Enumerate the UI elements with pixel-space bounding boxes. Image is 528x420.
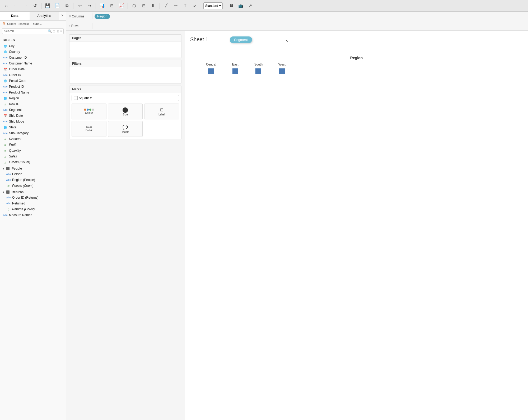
device-preview-button[interactable]: 🖥 [227, 2, 236, 10]
globe-icon: 🌐 [3, 79, 7, 83]
shelves-area: ⊞ Columns Region ≡ Rows [66, 12, 528, 31]
tab-analytics[interactable]: Analytics [30, 12, 59, 20]
data-source[interactable]: 🗄 Orders+ (sample_-_supe... [0, 21, 66, 27]
colour-button[interactable]: Colour [72, 104, 106, 119]
chart-col-central: Central [206, 63, 216, 74]
undo-button[interactable]: ↩ [76, 2, 84, 10]
pages-body[interactable] [69, 42, 181, 58]
rows-shelf-label: ≡ Rows [66, 23, 92, 29]
field-person[interactable]: Abc Person [0, 171, 66, 177]
main-work-area: Pages Filters Marks [66, 31, 528, 420]
segment-pill-dragging[interactable]: Segment [230, 36, 252, 43]
field-discount[interactable]: # Discount [0, 136, 66, 142]
marks-buttons-grid: Colour ⬤ Size ⊞ Label [72, 104, 179, 137]
columns-shelf-content[interactable]: Region [92, 13, 528, 20]
back-button[interactable]: ← [12, 2, 20, 10]
abc-icon: Abc [6, 172, 11, 176]
chart-square-central [208, 68, 214, 74]
collapse-arrow-returns: ▼ [2, 191, 5, 194]
grid-icon[interactable]: ⊞ [57, 29, 59, 33]
field-city[interactable]: 🌐 City [0, 43, 66, 49]
field-state[interactable]: 🌐 State [0, 124, 66, 130]
hash-icon: # [3, 160, 7, 164]
search-input[interactable] [4, 29, 48, 33]
hash-icon: # [6, 184, 11, 188]
field-row-id[interactable]: # Row ID [0, 101, 66, 107]
group-people-header[interactable]: ▼ People [0, 165, 66, 171]
field-order-date[interactable]: 📅 Order Date [0, 66, 66, 72]
duplicate-button[interactable]: ⧉ [63, 2, 71, 10]
panel-close-button[interactable]: ✕ [59, 12, 66, 20]
present-button[interactable]: 📺 [237, 2, 245, 10]
field-order-id[interactable]: Abc Order ID [0, 72, 66, 78]
sep3 [96, 3, 96, 9]
chart-area: Region Central East South [190, 53, 523, 77]
field-customer-name[interactable]: Abc Customer Name [0, 60, 66, 66]
size-button[interactable]: ⬤ Size [108, 104, 143, 119]
tooltip-button[interactable]: 🖊 [190, 2, 199, 10]
refresh-button[interactable]: ↺ [31, 2, 39, 10]
filter-icon[interactable]: ⊡ [53, 29, 55, 33]
chart-button[interactable]: 📊 [98, 2, 106, 10]
field-segment[interactable]: Abc Segment [0, 107, 66, 113]
tab-data[interactable]: Data [0, 12, 30, 20]
forward-button[interactable]: → [21, 2, 30, 10]
field-product-name[interactable]: Abc Product Name [0, 90, 66, 95]
show-me-button[interactable]: 📈 [117, 2, 125, 10]
save-button[interactable]: 💾 [44, 2, 52, 10]
extract-button[interactable]: ⊞ [139, 2, 148, 10]
field-ship-date[interactable]: 📅 Ship Date [0, 113, 66, 119]
field-country[interactable]: 🌐 Country [0, 49, 66, 55]
field-measure-names[interactable]: Abc Measure Names [0, 212, 66, 218]
pages-header: Pages [69, 35, 181, 42]
rows-shelf-content[interactable] [92, 25, 528, 27]
redo-button[interactable]: ↪ [85, 2, 94, 10]
sort-arrow[interactable]: ▾ [60, 29, 62, 33]
group-people-label: People [12, 167, 22, 170]
field-ship-mode[interactable]: Abc Ship Mode [0, 119, 66, 124]
field-sub-category[interactable]: Abc Sub-Category [0, 130, 66, 136]
field-people-count[interactable]: # People (Count) [0, 183, 66, 189]
filters-body[interactable] [69, 67, 181, 83]
sep4 [128, 3, 128, 9]
globe-icon: 🌐 [3, 96, 7, 100]
search-icon[interactable]: 🔍 [48, 29, 52, 33]
field-orders-count[interactable]: # Orders (Count) [0, 159, 66, 165]
text-button[interactable]: T [181, 2, 189, 10]
region-pill[interactable]: Region [95, 14, 110, 19]
group-returns-header[interactable]: ▼ Returns [0, 189, 66, 195]
abc-icon: Abc [3, 108, 7, 112]
field-product-id[interactable]: Abc Product ID [0, 84, 66, 90]
abc-icon: Abc [6, 195, 11, 200]
field-quantity[interactable]: # Quantity [0, 148, 66, 153]
globe-icon: 🌐 [3, 125, 7, 129]
field-profit[interactable]: # Profit [0, 142, 66, 148]
line-button[interactable]: ╱ [162, 2, 170, 10]
globe-icon: 🌐 [3, 50, 7, 54]
field-customer-id[interactable]: Abc Customer ID [0, 55, 66, 60]
marks-type-dropdown[interactable]: Square ▾ [72, 95, 179, 101]
field-region-people[interactable]: Abc Region (People) [0, 177, 66, 183]
field-sales[interactable]: # Sales [0, 153, 66, 159]
home-button[interactable]: ⌂ [2, 2, 11, 10]
field-postal-code[interactable]: 🌐 Postal Code [0, 78, 66, 84]
label-button[interactable]: ⊞ Label [144, 104, 179, 119]
canvas-area: Sheet 1 Segment ↖ Region Central [185, 31, 528, 420]
share-button[interactable]: ↗ [246, 2, 255, 10]
pause-button[interactable]: ⏸ [149, 2, 157, 10]
detail-button[interactable]: Detail [72, 121, 106, 137]
annotation-button[interactable]: ✏ [171, 2, 180, 10]
standard-dropdown[interactable]: Standard ▾ [203, 2, 223, 9]
new-sheet-button[interactable]: 📄 [53, 2, 62, 10]
field-order-id-returns[interactable]: Abc Order ID (Returns) [0, 195, 66, 200]
field-returned[interactable]: Abc Returned [0, 200, 66, 206]
chart-col-west: West [278, 63, 286, 74]
main-container: Data Analytics ✕ 🗄 Orders+ (sample_-_sup… [0, 12, 528, 420]
field-region[interactable]: 🌐 Region [0, 95, 66, 101]
tooltip-button[interactable]: 💬 Tooltip [108, 121, 143, 137]
colour-icon [84, 109, 94, 111]
connect-button[interactable]: ⬡ [130, 2, 138, 10]
search-box: 🔍 ⊡ ⊞ ▾ [2, 28, 64, 34]
field-returns-count[interactable]: # Returns (Count) [0, 206, 66, 212]
table-button[interactable]: ⊞ [108, 2, 116, 10]
